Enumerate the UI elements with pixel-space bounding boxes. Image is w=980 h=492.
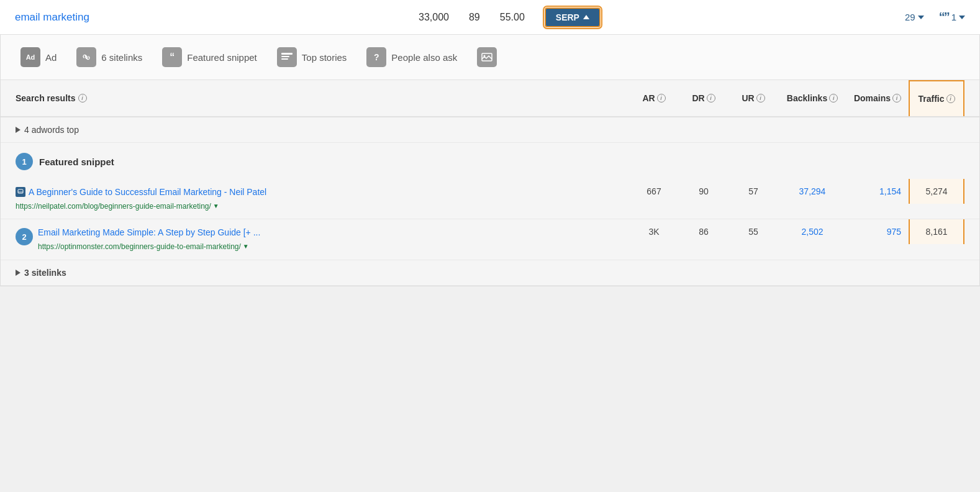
result-2-number-badge: 2	[16, 228, 33, 245]
result-1-traffic: 5,274	[909, 179, 964, 204]
result-2-traffic: 8,161	[909, 219, 964, 244]
quote-icon-badge: “”	[939, 10, 949, 24]
search-results-info-icon[interactable]: i	[78, 94, 87, 102]
col-header-dr: DR i	[679, 93, 728, 103]
sitelinks-label: 6 sitelinks	[101, 52, 142, 63]
featured-snippet-icon: “	[162, 47, 182, 67]
right-metric-2-value: 1	[951, 12, 956, 22]
url-2-dropdown-icon[interactable]: ▼	[243, 242, 249, 251]
top-stories-icon	[277, 47, 297, 67]
metric1: 89	[469, 12, 480, 23]
feature-ad[interactable]: Ad Ad	[20, 47, 57, 67]
backlinks-info-icon[interactable]: i	[829, 94, 838, 102]
result-1-dr: 90	[679, 186, 728, 196]
col-header-backlinks: Backlinks i	[778, 93, 846, 103]
col-header-ar: AR i	[629, 93, 679, 103]
col-header-search-results: Search results i	[16, 93, 629, 103]
result-2-backlinks: 2,502	[778, 227, 846, 237]
svg-rect-2	[281, 58, 288, 60]
sitelinks-label: 3 sitelinks	[16, 268, 66, 278]
result-1-ur: 57	[728, 186, 778, 196]
arrow-down-icon-2	[959, 16, 965, 19]
adwords-label: 4 adwords top	[16, 125, 79, 135]
serp-button[interactable]: SERP	[545, 7, 601, 27]
result-2-ar: 3K	[629, 227, 679, 237]
features-row: Ad Ad 6 sitelinks “ Featured snippet	[1, 35, 979, 80]
sitelinks-row[interactable]: 3 sitelinks	[1, 260, 979, 286]
featured-number-badge: 1	[16, 153, 33, 170]
result-2-url[interactable]: https://optinmonster.com/beginners-guide…	[38, 242, 624, 252]
table-row: 2 Email Marketing Made Simple: A Step by…	[1, 219, 979, 260]
right-metric-1[interactable]: 29	[905, 12, 924, 22]
people-also-ask-icon: ?	[366, 47, 386, 67]
feature-image[interactable]	[477, 47, 497, 67]
dr-info-icon[interactable]: i	[707, 94, 715, 102]
result-1-icon	[16, 187, 25, 197]
keyword-label: email marketing	[15, 11, 114, 24]
result-1-backlinks: 37,294	[778, 186, 846, 196]
ur-info-icon[interactable]: i	[756, 94, 765, 102]
feature-people-also-ask[interactable]: ? People also ask	[366, 47, 457, 67]
sitelinks-expand-icon	[16, 270, 20, 276]
people-also-ask-label: People also ask	[391, 52, 457, 63]
url-dropdown-icon[interactable]: ▼	[213, 202, 219, 211]
ar-info-icon[interactable]: i	[657, 94, 666, 102]
featured-header: 1 Featured snippet	[16, 153, 964, 170]
domains-info-icon[interactable]: i	[892, 94, 901, 102]
result-2-metrics: 3K 86 55 2,502 975 8,161	[629, 227, 964, 237]
ad-icon: Ad	[20, 47, 40, 67]
feature-top-stories[interactable]: Top stories	[277, 47, 347, 67]
result-1-title[interactable]: A Beginner's Guide to Successful Email M…	[16, 186, 624, 199]
right-metric-2[interactable]: “” 1	[939, 10, 965, 24]
result-1-ar: 667	[629, 186, 679, 196]
col-header-traffic: Traffic i	[909, 80, 964, 116]
image-icon	[477, 47, 497, 67]
feature-sitelinks[interactable]: 6 sitelinks	[76, 47, 142, 67]
serp-arrow-up-icon	[583, 15, 589, 19]
svg-rect-1	[281, 56, 289, 57]
result-1-domains: 1,154	[846, 186, 909, 196]
svg-rect-0	[281, 53, 293, 55]
top-bar: email marketing 33,000 89 55.00 SERP 29 …	[0, 0, 980, 35]
ad-label: Ad	[45, 52, 57, 63]
adwords-row[interactable]: 4 adwords top	[1, 117, 979, 143]
result-2-dr: 86	[679, 227, 728, 237]
result-2-content: Email Marketing Made Simple: A Step by S…	[38, 227, 624, 252]
sitelinks-icon	[76, 47, 96, 67]
traffic-info-icon[interactable]: i	[946, 94, 955, 103]
svg-rect-5	[18, 189, 23, 193]
featured-section: 1 Featured snippet	[1, 143, 979, 170]
right-metric-1-value: 29	[905, 12, 915, 22]
table-header: Search results i AR i DR i UR i Backlink…	[1, 80, 979, 117]
feature-featured-snippet[interactable]: “ Featured snippet	[162, 47, 257, 67]
serp-label: SERP	[556, 12, 579, 22]
metrics-row: 33,000 89 55.00 SERP	[139, 7, 880, 27]
result-1-url[interactable]: https://neilpatel.com/blog/beginners-gui…	[16, 201, 624, 212]
metric2: 55.00	[500, 12, 525, 23]
table-row: A Beginner's Guide to Successful Email M…	[1, 179, 979, 219]
top-stories-label: Top stories	[302, 52, 347, 63]
col-header-ur: UR i	[728, 93, 778, 103]
result-1-content: A Beginner's Guide to Successful Email M…	[16, 186, 624, 211]
result-1-metrics: 667 90 57 37,294 1,154 5,274	[629, 186, 964, 196]
arrow-down-icon-1	[918, 16, 924, 19]
adwords-expand-icon	[16, 127, 20, 133]
result-2-domains: 975	[846, 227, 909, 237]
featured-section-label: Featured snippet	[39, 157, 114, 167]
serp-panel: Ad Ad 6 sitelinks “ Featured snippet	[0, 35, 980, 286]
result-2-title[interactable]: Email Marketing Made Simple: A Step by S…	[38, 227, 624, 239]
col-header-domains: Domains i	[846, 93, 909, 103]
volume-metric: 33,000	[419, 12, 449, 23]
right-metrics: 29 “” 1	[905, 10, 965, 24]
featured-snippet-label: Featured snippet	[187, 52, 257, 63]
result-2-ur: 55	[728, 227, 778, 237]
